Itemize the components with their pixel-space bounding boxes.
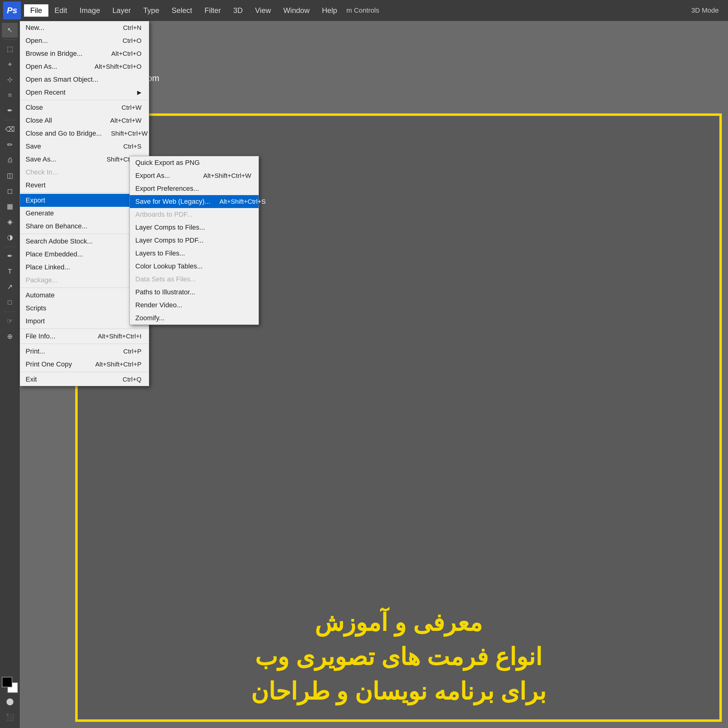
color-lookup-tables[interactable]: Color Lookup Tables...: [130, 260, 258, 273]
paths-illustrator[interactable]: Paths to Illustrator...: [130, 286, 258, 299]
persian-line-2: انواع فرمت های تصویری وب: [90, 641, 707, 673]
color-swatches[interactable]: [2, 677, 18, 693]
persian-line-3: برای برنامه نویسان و طراحان: [90, 676, 707, 707]
canvas-content: آیریک www.irikco.com معرفی و آموزش انواع…: [50, 33, 728, 728]
menu-exit[interactable]: Exit Ctrl+Q: [20, 373, 149, 386]
menu-fileinfo-label: File Info...: [26, 332, 55, 340]
menu-print-label: Print...: [26, 347, 45, 355]
menu-new-shortcut: Ctrl+N: [123, 24, 141, 31]
menu-item-file[interactable]: File: [24, 4, 48, 17]
menu-item-help[interactable]: Help: [316, 4, 343, 17]
quick-select-tool[interactable]: ⊹: [2, 72, 18, 87]
export-as-shortcut: Alt+Shift+Ctrl+W: [203, 172, 251, 179]
menu-closeall-shortcut: Alt+Ctrl+W: [110, 117, 141, 124]
menu-open-smart[interactable]: Open as Smart Object...: [20, 73, 149, 86]
export-submenu: Quick Export as PNG Export As... Alt+Shi…: [130, 156, 259, 325]
clone-tool[interactable]: ⎙: [2, 153, 18, 168]
menu-open[interactable]: Open... Ctrl+O: [20, 34, 149, 47]
menu-new[interactable]: New... Ctrl+N: [20, 21, 149, 34]
submenu-arrow-openrecent: ▶: [137, 89, 141, 96]
menu-item-filter[interactable]: Filter: [199, 4, 227, 17]
eraser-tool[interactable]: ◻: [2, 184, 18, 199]
tool-separator-3: [4, 246, 16, 247]
menu-item-layer[interactable]: Layer: [106, 4, 137, 17]
left-toolbar: ↖ ⬚ ⌖ ⊹ ⌗ ✒ ⌫ ✏ ⎙ ◫ ◻ ▦ ◈ ◑ ✒ T ↗ □ ☞ ⊕ …: [0, 21, 20, 728]
save-for-web-label: Save for Web (Legacy)...: [135, 197, 210, 206]
menu-open-as[interactable]: Open As... Alt+Shift+Ctrl+O: [20, 60, 149, 73]
data-sets-files: Data Sets as Files...: [130, 273, 258, 286]
layer-comps-files[interactable]: Layer Comps to Files...: [130, 221, 258, 234]
ps-logo: Ps: [3, 2, 21, 20]
render-video[interactable]: Render Video...: [130, 299, 258, 312]
menu-scripts-label: Scripts: [26, 304, 46, 312]
menu-save-shortcut: Ctrl+S: [123, 143, 141, 150]
menu-checkin-label: Check In...: [26, 168, 58, 176]
crop-tool[interactable]: ⌗: [2, 88, 18, 102]
shape-tool[interactable]: □: [2, 295, 18, 310]
menu-close-shortcut: Ctrl+W: [121, 104, 141, 111]
marquee-tool[interactable]: ⬚: [2, 41, 18, 57]
menu-print-one[interactable]: Print One Copy Alt+Shift+Ctrl+P: [20, 358, 149, 371]
zoomify[interactable]: Zoomify...: [130, 312, 258, 324]
menu-item-type[interactable]: Type: [137, 4, 165, 17]
lasso-tool[interactable]: ⌖: [2, 57, 18, 72]
menu-bar: Ps File Edit Image Layer Type Select Fil…: [0, 0, 728, 21]
export-preferences[interactable]: Export Preferences...: [130, 182, 258, 195]
export-quick-png-label: Quick Export as PNG: [135, 159, 200, 167]
menu-item-image[interactable]: Image: [73, 4, 106, 17]
menu-close-all[interactable]: Close All Alt+Ctrl+W: [20, 114, 149, 127]
layer-comps-pdf[interactable]: Layer Comps to PDF...: [130, 234, 258, 247]
toolbar-controls: m Controls: [343, 6, 691, 14]
hand-tool[interactable]: ☞: [2, 314, 18, 329]
menu-closebridge-label: Close and Go to Bridge...: [26, 130, 102, 138]
menu-save[interactable]: Save Ctrl+S: [20, 140, 149, 153]
export-quick-png[interactable]: Quick Export as PNG: [130, 156, 258, 169]
blur-tool[interactable]: ◈: [2, 214, 18, 229]
foreground-color[interactable]: [2, 677, 12, 687]
artboards-pdf-label: Artboards to PDF...: [135, 211, 193, 219]
tool-bottom: ⬤ ⬛: [2, 677, 18, 728]
menu-exit-label: Exit: [26, 375, 37, 384]
zoom-tool[interactable]: ⊕: [2, 329, 18, 344]
quick-mask[interactable]: ⬤: [2, 694, 18, 709]
tool-separator-2: [4, 120, 16, 120]
menu-item-window[interactable]: Window: [277, 4, 316, 17]
screen-mode[interactable]: ⬛: [2, 710, 18, 725]
menu-open-label: Open...: [26, 37, 48, 45]
save-for-web[interactable]: Save for Web (Legacy)... Alt+Shift+Ctrl+…: [130, 195, 258, 208]
toolbar-3d-label: 3D Mode: [691, 6, 725, 14]
menu-file-info[interactable]: File Info... Alt+Shift+Ctrl+I: [20, 330, 149, 343]
pen-tool[interactable]: ✒: [2, 249, 18, 263]
menu-item-view[interactable]: View: [249, 4, 277, 17]
eyedropper-tool[interactable]: ✒: [2, 103, 18, 118]
dodge-tool[interactable]: ◑: [2, 230, 18, 245]
history-brush[interactable]: ◫: [2, 168, 18, 183]
menu-closebridge-shortcut: Shift+Ctrl+W: [111, 130, 148, 137]
move-tool[interactable]: ↖: [2, 23, 18, 38]
menu-item-3d[interactable]: 3D: [227, 4, 249, 17]
menu-close-bridge[interactable]: Close and Go to Bridge... Shift+Ctrl+W: [20, 127, 149, 140]
menu-browse-bridge[interactable]: Browse in Bridge... Alt+Ctrl+O: [20, 47, 149, 60]
export-as[interactable]: Export As... Alt+Shift+Ctrl+W: [130, 169, 258, 182]
path-select[interactable]: ↗: [2, 280, 18, 294]
layers-to-files[interactable]: Layers to Files...: [130, 247, 258, 260]
menu-print[interactable]: Print... Ctrl+P: [20, 345, 149, 358]
menu-automate-label: Automate: [26, 291, 55, 299]
menu-item-edit[interactable]: Edit: [48, 4, 73, 17]
persian-line-1: معرفی و آموزش: [90, 607, 707, 638]
layer-comps-files-label: Layer Comps to Files...: [135, 223, 205, 231]
menu-closeall-label: Close All: [26, 116, 52, 124]
menu-printone-shortcut: Alt+Shift+Ctrl+P: [95, 361, 141, 368]
gradient-tool[interactable]: ▦: [2, 199, 18, 214]
menu-item-select[interactable]: Select: [165, 4, 199, 17]
menu-close[interactable]: Close Ctrl+W: [20, 101, 149, 114]
menu-close-label: Close: [26, 104, 43, 112]
healing-tool[interactable]: ⌫: [2, 122, 18, 137]
brush-tool[interactable]: ✏: [2, 138, 18, 152]
export-preferences-label: Export Preferences...: [135, 185, 199, 193]
color-lookup-tables-label: Color Lookup Tables...: [135, 262, 203, 270]
type-tool[interactable]: T: [2, 264, 18, 279]
menu-exit-shortcut: Ctrl+Q: [123, 376, 141, 383]
menu-printone-label: Print One Copy: [26, 360, 72, 368]
menu-open-recent[interactable]: Open Recent ▶: [20, 86, 149, 99]
